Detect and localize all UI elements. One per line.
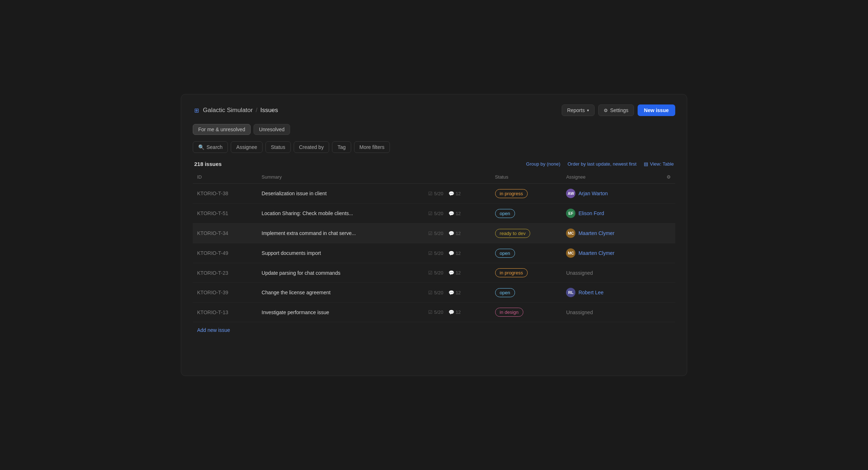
checks-meta: ☑ 5/20 <box>428 231 443 236</box>
checkbox-icon: ☑ <box>428 251 433 256</box>
settings-button[interactable]: ⚙ Settings <box>598 104 634 116</box>
issue-summary: Location Sharing: Check mobile clients..… <box>257 204 424 223</box>
checks-meta: ☑ 5/20 <box>428 290 443 295</box>
assignee-cell: RL Robert Lee <box>566 288 650 297</box>
table-row[interactable]: KTORIO-T-34Implement extra command in ch… <box>193 223 675 243</box>
reports-button[interactable]: Reports ▾ <box>562 104 595 116</box>
issue-summary: Investigate performance issue <box>257 303 424 322</box>
table-row[interactable]: KTORIO-T-38Deserialization issue in clie… <box>193 184 675 204</box>
checkbox-icon: ☑ <box>428 309 433 315</box>
issue-assignee: EF Elison Ford <box>562 204 654 223</box>
status-filter-button[interactable]: Status <box>265 141 291 153</box>
issue-status: open <box>491 204 562 223</box>
header-actions: Reports ▾ ⚙ Settings New issue <box>562 104 675 116</box>
comment-icon: 💬 <box>448 211 454 216</box>
col-meta <box>424 171 490 184</box>
checkbox-icon: ☑ <box>428 231 433 236</box>
status-badge: ready to dev <box>495 229 531 238</box>
issue-meta: ☑ 5/20 💬 12 <box>424 204 490 223</box>
assignee-cell: MC Maarten Clymer <box>566 248 650 258</box>
view-toggle[interactable]: ▤ View: Table <box>644 161 674 167</box>
comments-meta: 💬 12 <box>448 309 461 315</box>
row-actions <box>654 204 675 223</box>
issue-id: KTORIO-T-13 <box>193 303 257 322</box>
comment-icon: 💬 <box>448 251 454 256</box>
page-title: Issues <box>260 107 278 114</box>
filter-bar: 🔍 Search Assignee Status Created by Tag … <box>193 141 675 153</box>
filter-chip-unresolved[interactable]: Unresolved <box>254 124 290 135</box>
assignee-name: Elison Ford <box>578 210 604 216</box>
filter-chip-for-me[interactable]: For me & unresolved <box>193 124 251 135</box>
assignee-name: Maarten Clymer <box>578 230 614 236</box>
row-actions <box>654 243 675 263</box>
table-row[interactable]: KTORIO-T-51Location Sharing: Check mobil… <box>193 204 675 223</box>
comment-icon: 💬 <box>448 309 454 315</box>
status-badge: in design <box>495 308 523 317</box>
assignee-name: Maarten Clymer <box>578 250 614 256</box>
issue-meta: ☑ 5/20 💬 12 <box>424 283 490 303</box>
meta-controls: Group by (none) Order by last update, ne… <box>526 161 674 167</box>
issue-status: in progress <box>491 263 562 283</box>
gear-icon: ⚙ <box>604 108 608 113</box>
group-by-control[interactable]: Group by (none) <box>526 161 561 167</box>
issue-summary: Update parsing for chat commands <box>257 263 424 283</box>
assignee-name: Robert Lee <box>578 290 603 295</box>
order-by-control[interactable]: Order by last update, newest first <box>567 161 637 167</box>
col-status: Status <box>491 171 562 184</box>
avatar: AW <box>566 189 575 198</box>
created-by-filter-button[interactable]: Created by <box>294 141 329 153</box>
status-badge: in progress <box>495 189 528 198</box>
col-id: ID <box>193 171 257 184</box>
comments-meta: 💬 12 <box>448 211 461 216</box>
assignee-cell: MC Maarten Clymer <box>566 228 650 238</box>
issue-assignee: MC Maarten Clymer <box>562 223 654 243</box>
issue-id: KTORIO-T-49 <box>193 243 257 263</box>
header-row: ⊞ Galactic Simulator / Issues Reports ▾ … <box>193 104 675 116</box>
comment-icon: 💬 <box>448 270 454 275</box>
avatar: MC <box>566 248 575 258</box>
checkbox-icon: ☑ <box>428 290 433 295</box>
issue-assignee: RL Robert Lee <box>562 283 654 303</box>
col-assignee: Assignee <box>562 171 654 184</box>
more-filters-button[interactable]: More filters <box>354 141 390 153</box>
issue-assignee: AW Arjan Warton <box>562 184 654 204</box>
comments-meta: 💬 12 <box>448 270 461 275</box>
issue-meta: ☑ 5/20 💬 12 <box>424 263 490 283</box>
table-row[interactable]: KTORIO-T-49Support documents import ☑ 5/… <box>193 243 675 263</box>
issue-assignee: MC Maarten Clymer <box>562 243 654 263</box>
assignee-name: Arjan Warton <box>578 191 608 196</box>
issue-status: open <box>491 283 562 303</box>
issue-status: open <box>491 243 562 263</box>
issue-assignee: Unassigned <box>562 303 654 322</box>
checkbox-icon: ☑ <box>428 191 433 196</box>
comment-icon: 💬 <box>448 231 454 236</box>
filter-chips: For me & unresolved Unresolved <box>193 124 675 135</box>
add-new-issue-button[interactable]: Add new issue <box>193 322 675 338</box>
new-issue-button[interactable]: New issue <box>638 104 675 116</box>
table-row[interactable]: KTORIO-T-39Change the license agreement … <box>193 283 675 303</box>
issue-meta: ☑ 5/20 💬 12 <box>424 223 490 243</box>
search-icon: 🔍 <box>198 144 204 150</box>
checkbox-icon: ☑ <box>428 270 433 275</box>
table-settings-icon[interactable]: ⚙ <box>667 174 671 180</box>
comments-meta: 💬 12 <box>448 251 461 256</box>
issue-meta: ☑ 5/20 💬 12 <box>424 184 490 204</box>
table-row[interactable]: KTORIO-T-23Update parsing for chat comma… <box>193 263 675 283</box>
app-icon: ⊞ <box>193 107 200 114</box>
table-row[interactable]: KTORIO-T-13Investigate performance issue… <box>193 303 675 322</box>
issue-id: KTORIO-T-23 <box>193 263 257 283</box>
tag-filter-button[interactable]: Tag <box>332 141 351 153</box>
issues-table: ID Summary Status Assignee ⚙ KTORIO-T-38… <box>193 171 675 322</box>
checks-meta: ☑ 5/20 <box>428 270 443 275</box>
breadcrumb-separator: / <box>256 107 258 114</box>
table-header-row: ID Summary Status Assignee ⚙ <box>193 171 675 184</box>
checks-meta: ☑ 5/20 <box>428 191 443 196</box>
assignee-filter-button[interactable]: Assignee <box>231 141 263 153</box>
issue-summary: Support documents import <box>257 243 424 263</box>
settings-label: Settings <box>610 107 629 113</box>
issue-assignee: Unassigned <box>562 263 654 283</box>
reports-label: Reports <box>567 107 585 113</box>
checks-meta: ☑ 5/20 <box>428 309 443 315</box>
search-filter-button[interactable]: 🔍 Search <box>193 141 228 153</box>
issue-meta: ☑ 5/20 💬 12 <box>424 303 490 322</box>
